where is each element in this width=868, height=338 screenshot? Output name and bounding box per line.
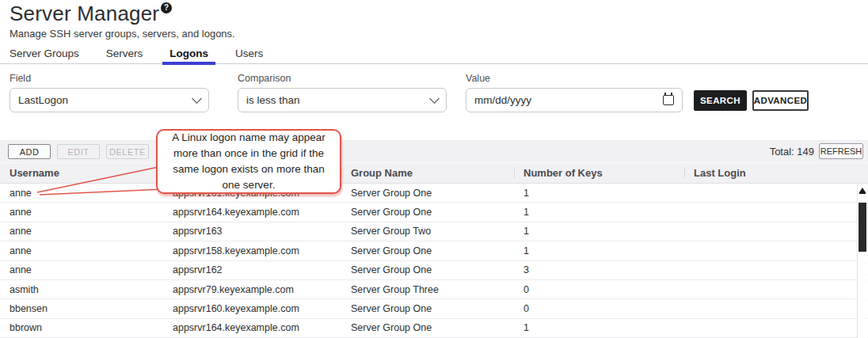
grid-toolbar: ADD EDIT DELETE Total: 149 REFRESH bbox=[0, 140, 868, 162]
server-manager-screen: Server Manager? Manage SSH server groups… bbox=[0, 0, 868, 338]
table-row[interactable]: anne appsrvr163 Server Group Two 1 bbox=[0, 222, 868, 241]
cell-number-of-keys: 0 bbox=[514, 284, 684, 295]
cell-number-of-keys: 3 bbox=[514, 264, 684, 275]
cell-server: appsrvr160.keyexample.com bbox=[163, 303, 341, 314]
calendar-icon[interactable] bbox=[663, 95, 674, 105]
cell-server: appsrvr158.keyexample.com bbox=[163, 245, 341, 256]
column-header-group-name[interactable]: Group Name bbox=[341, 163, 514, 183]
value-label: Value bbox=[466, 73, 490, 84]
table-row[interactable]: bbrown appsrvr164.keyexample.com Server … bbox=[0, 319, 868, 338]
scroll-up-icon[interactable] bbox=[859, 188, 866, 192]
refresh-button[interactable]: REFRESH bbox=[819, 143, 863, 159]
table-row[interactable]: bbensen appsrvr160.keyexample.com Server… bbox=[0, 299, 868, 318]
table-row[interactable]: anne appsrvr164.keyexample.com Server Gr… bbox=[0, 203, 868, 222]
cell-server: appsrvr162 bbox=[163, 264, 341, 275]
advanced-button[interactable]: ADVANCED bbox=[752, 90, 809, 111]
cell-number-of-keys: 1 bbox=[514, 226, 684, 237]
cell-username: anne bbox=[0, 188, 163, 199]
cell-username: bbensen bbox=[0, 303, 163, 314]
page-title-text: Server Manager bbox=[10, 2, 159, 25]
comparison-select-value: is less than bbox=[246, 94, 431, 106]
cell-group-name: Server Group One bbox=[341, 245, 514, 256]
tab-servers[interactable]: Servers bbox=[106, 46, 143, 63]
cell-username: anne bbox=[0, 245, 163, 256]
cell-server: appsrvr164.keyexample.com bbox=[163, 322, 341, 333]
value-date-input[interactable]: mm/dd/yyyy bbox=[466, 88, 683, 112]
cell-group-name: Server Group One bbox=[341, 303, 514, 314]
cell-username: bbrown bbox=[0, 322, 163, 333]
field-select-value: LastLogon bbox=[18, 94, 193, 106]
annotation-callout: A Linux logon name may appear more than … bbox=[156, 129, 341, 194]
cell-group-name: Server Group One bbox=[341, 322, 514, 333]
cell-number-of-keys: 0 bbox=[514, 303, 684, 314]
cell-group-name: Server Group Three bbox=[341, 284, 514, 295]
cell-number-of-keys: 1 bbox=[514, 188, 684, 199]
cell-number-of-keys: 1 bbox=[514, 207, 684, 218]
comparison-label: Comparison bbox=[238, 73, 291, 84]
scrollbar-thumb[interactable] bbox=[858, 203, 866, 252]
add-button[interactable]: ADD bbox=[8, 144, 51, 159]
cell-server: appsrvr79.keyexample.com bbox=[163, 284, 341, 295]
help-icon[interactable]: ? bbox=[161, 2, 172, 13]
tab-server-groups[interactable]: Server Groups bbox=[10, 46, 79, 63]
cell-number-of-keys: 1 bbox=[514, 245, 684, 256]
cell-server: appsrvr163 bbox=[163, 226, 341, 237]
cell-server: appsrvr164.keyexample.com bbox=[163, 207, 341, 218]
tab-users[interactable]: Users bbox=[235, 46, 263, 63]
cell-username: asmith bbox=[0, 284, 163, 295]
chevron-down-icon bbox=[192, 93, 202, 104]
chevron-down-icon bbox=[429, 93, 440, 104]
page-subtitle: Manage SSH server groups, servers, and l… bbox=[10, 28, 235, 40]
cell-group-name: Server Group One bbox=[341, 264, 514, 275]
comparison-select[interactable]: is less than bbox=[238, 88, 447, 112]
search-button[interactable]: SEARCH bbox=[694, 90, 747, 111]
cell-group-name: Server Group One bbox=[341, 188, 514, 199]
date-placeholder: mm/dd/yyyy bbox=[474, 94, 663, 106]
field-label: Field bbox=[10, 73, 31, 84]
cell-group-name: Server Group Two bbox=[341, 226, 514, 237]
tab-logons[interactable]: Logons bbox=[169, 46, 208, 63]
delete-button[interactable]: DELETE bbox=[106, 144, 149, 159]
column-header-number-of-keys[interactable]: Number of Keys bbox=[514, 163, 684, 183]
cell-username: anne bbox=[0, 264, 163, 275]
edit-button[interactable]: EDIT bbox=[57, 144, 100, 159]
column-header-last-login[interactable]: Last Login bbox=[684, 163, 868, 183]
page-title: Server Manager? bbox=[10, 2, 172, 26]
tab-bar: Server Groups Servers Logons Users bbox=[0, 46, 868, 64]
table-row[interactable]: asmith appsrvr79.keyexample.com Server G… bbox=[0, 280, 868, 299]
vertical-scrollbar[interactable] bbox=[857, 184, 867, 338]
column-header-username[interactable]: Username bbox=[0, 163, 163, 183]
cell-group-name: Server Group One bbox=[341, 207, 514, 218]
field-select[interactable]: LastLogon bbox=[10, 88, 209, 112]
table-row[interactable]: anne appsrvr162 Server Group One 3 bbox=[0, 261, 868, 280]
total-count: Total: 149 bbox=[770, 146, 814, 158]
cell-username: anne bbox=[0, 226, 163, 237]
table-row[interactable]: anne appsrvr158.keyexample.com Server Gr… bbox=[0, 241, 868, 260]
table-row[interactable]: anne appsrvr161.keyexample.com Server Gr… bbox=[0, 184, 868, 203]
cell-username: anne bbox=[0, 207, 163, 218]
table-body: anne appsrvr161.keyexample.com Server Gr… bbox=[0, 184, 868, 338]
cell-number-of-keys: 1 bbox=[514, 322, 684, 333]
table-header-row: Username Group Name Number of Keys Last … bbox=[0, 162, 868, 184]
